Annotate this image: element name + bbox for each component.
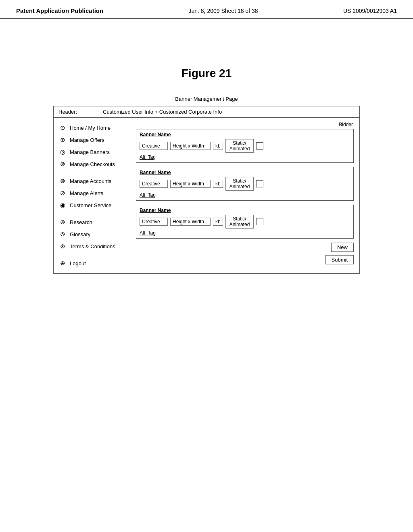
figure-title: Figure 21: [0, 67, 413, 80]
banner-checkbox-2[interactable]: [256, 218, 263, 225]
ui-header-row: Header: Customized User Info + Customize…: [54, 106, 359, 118]
nav-icon-manage-checkouts: ⊗: [58, 160, 67, 168]
banner-kb-0[interactable]: kb: [213, 142, 223, 150]
banner-creative-2[interactable]: Creative: [140, 218, 168, 226]
banner-static-0[interactable]: Static/ Animated: [225, 139, 254, 153]
patent-header: Patent Application Publication Jan. 8, 2…: [0, 0, 413, 19]
banner-name-1: Banner Name: [140, 170, 350, 175]
sidebar-label-customer-service: Customer Service: [70, 202, 111, 208]
patent-header-right: US 2009/0012903 A1: [343, 8, 397, 14]
nav-icon-glossary: ⊚: [58, 230, 67, 238]
banner-row-1: Creative Height x Width kb Static/ Anima…: [140, 177, 350, 191]
banner-static-2[interactable]: Static/ Animated: [225, 215, 254, 229]
sidebar-label-manage-banners: Manage Banners: [70, 149, 110, 155]
sidebar-item-manage-alerts[interactable]: ⊘Manage Alerts: [54, 187, 130, 199]
sidebar-item-logout[interactable]: ⊕Logout: [54, 257, 130, 269]
sidebar-label-manage-accounts: Manage Accounts: [70, 178, 111, 184]
banner-dimensions-1[interactable]: Height x Width: [170, 180, 211, 188]
banner-alt-tag-0[interactable]: Alt. Tag: [140, 154, 350, 160]
nav-icon-home: ⊙: [58, 124, 67, 132]
sidebar-item-manage-banners[interactable]: ◎Manage Banners: [54, 146, 130, 158]
banner-row-0: Creative Height x Width kb Static/ Anima…: [140, 139, 350, 153]
banner-static-1[interactable]: Static/ Animated: [225, 177, 254, 191]
nav-icon-terms: ⊛: [58, 242, 67, 250]
banner-alt-tag-2[interactable]: Alt. Tag: [140, 230, 350, 236]
nav-icon-manage-offers: ⊕: [58, 136, 67, 144]
ui-header-value: Customized User Info + Customized Corpor…: [103, 109, 222, 115]
nav-icon-logout: ⊕: [58, 259, 67, 267]
nav-icon-manage-alerts: ⊘: [58, 189, 67, 197]
buttons-area: New Submit: [136, 243, 354, 264]
sidebar-item-manage-accounts[interactable]: ⊛Manage Accounts: [54, 175, 130, 187]
sidebar-item-manage-offers[interactable]: ⊕Manage Offers: [54, 134, 130, 146]
sidebar-spacer: [54, 211, 130, 216]
nav-icon-customer-service: ◉: [58, 201, 67, 209]
page-label: Banner Management Page: [0, 96, 413, 102]
sidebar: ⊙Home / My Home⊕Manage Offers◎Manage Ban…: [54, 118, 130, 273]
banner-entry-2: Banner Name Creative Height x Width kb S…: [136, 205, 354, 239]
nav-icon-manage-accounts: ⊛: [58, 177, 67, 185]
sidebar-item-research[interactable]: ⊜Research: [54, 216, 130, 228]
bidder-label: Bidder: [136, 122, 354, 127]
banner-dimensions-0[interactable]: Height x Width: [170, 142, 211, 150]
banners-container: Banner Name Creative Height x Width kb S…: [136, 129, 354, 239]
sidebar-label-manage-checkouts: Manage Checkouts: [70, 161, 115, 167]
banner-name-0: Banner Name: [140, 132, 350, 137]
banner-alt-tag-1[interactable]: Alt. Tag: [140, 192, 350, 198]
banner-row-2: Creative Height x Width kb Static/ Anima…: [140, 215, 350, 229]
banner-entry-0: Banner Name Creative Height x Width kb S…: [136, 129, 354, 163]
ui-container: Header: Customized User Info + Customize…: [53, 106, 360, 274]
banner-checkbox-0[interactable]: [256, 142, 263, 150]
sidebar-label-manage-offers: Manage Offers: [70, 137, 104, 143]
ui-header-label: Header:: [58, 109, 95, 115]
sidebar-label-manage-alerts: Manage Alerts: [70, 190, 103, 196]
sidebar-item-home[interactable]: ⊙Home / My Home: [54, 122, 130, 134]
sidebar-label-terms: Terms & Conditions: [70, 243, 115, 249]
patent-header-center: Jan. 8, 2009 Sheet 18 of 38: [188, 8, 258, 14]
sidebar-item-glossary[interactable]: ⊚Glossary: [54, 228, 130, 240]
sidebar-label-glossary: Glossary: [70, 231, 90, 237]
banner-name-2: Banner Name: [140, 208, 350, 213]
patent-header-left: Patent Application Publication: [16, 7, 103, 14]
ui-body: ⊙Home / My Home⊕Manage Offers◎Manage Ban…: [54, 118, 359, 273]
sidebar-label-research: Research: [70, 219, 92, 225]
banner-kb-2[interactable]: kb: [213, 218, 223, 226]
sidebar-spacer: [54, 170, 130, 175]
sidebar-spacer: [54, 252, 130, 257]
new-button[interactable]: New: [331, 243, 354, 252]
banner-checkbox-1[interactable]: [256, 180, 263, 187]
main-content: Bidder Banner Name Creative Height x Wid…: [130, 118, 359, 273]
sidebar-item-manage-checkouts[interactable]: ⊗Manage Checkouts: [54, 158, 130, 170]
nav-icon-research: ⊜: [58, 218, 67, 226]
banner-creative-0[interactable]: Creative: [140, 142, 168, 150]
sidebar-label-logout: Logout: [70, 260, 86, 266]
submit-button[interactable]: Submit: [325, 255, 354, 264]
banner-dimensions-2[interactable]: Height x Width: [170, 218, 211, 226]
banner-kb-1[interactable]: kb: [213, 180, 223, 188]
banner-creative-1[interactable]: Creative: [140, 180, 168, 188]
sidebar-item-terms[interactable]: ⊛Terms & Conditions: [54, 240, 130, 252]
sidebar-item-customer-service[interactable]: ◉Customer Service: [54, 199, 130, 211]
banner-entry-1: Banner Name Creative Height x Width kb S…: [136, 167, 354, 201]
sidebar-label-home: Home / My Home: [70, 125, 111, 131]
nav-icon-manage-banners: ◎: [58, 148, 67, 156]
